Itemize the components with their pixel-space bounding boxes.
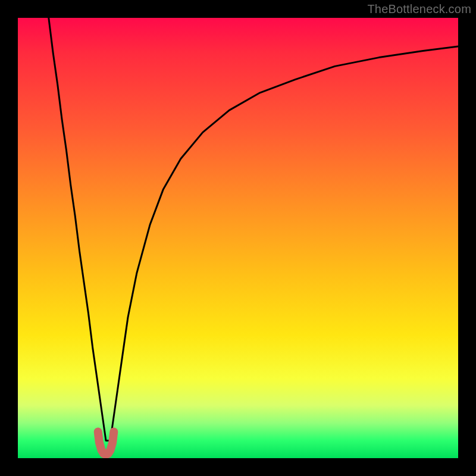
- bottleneck-curve: [49, 18, 458, 440]
- curve-layer: [18, 18, 458, 458]
- plot-area: [18, 18, 458, 458]
- watermark-text: TheBottleneck.com: [367, 2, 471, 16]
- chart-stage: TheBottleneck.com: [0, 0, 476, 476]
